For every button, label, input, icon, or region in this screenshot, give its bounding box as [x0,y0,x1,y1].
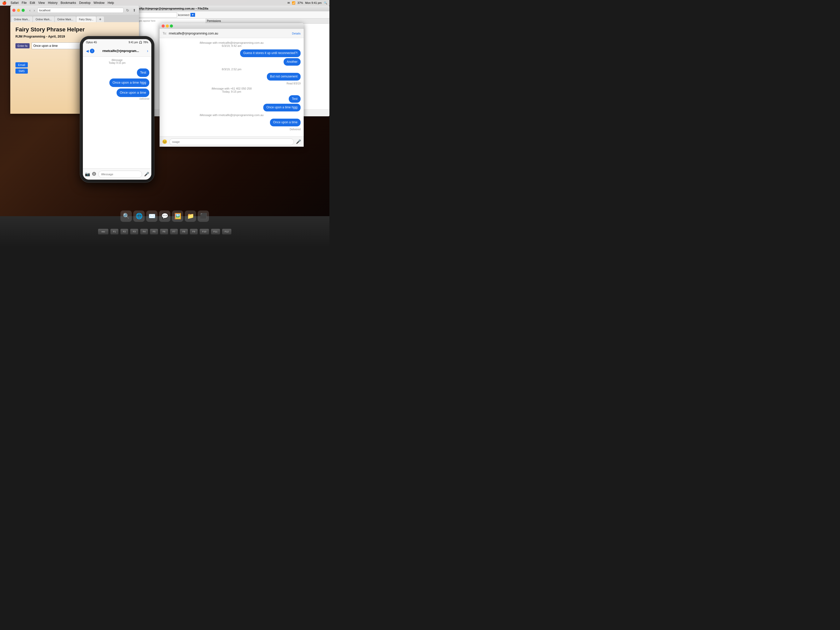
to-label: To: [163,32,167,35]
menu-view[interactable]: View [38,1,45,5]
key-f4[interactable]: F4 [140,229,148,234]
battery-icon: 78% [143,41,148,44]
page-title: Fairy Story Phrase Helper [16,26,134,33]
message-once-hjgg: Once upon a time hjgg [109,79,149,87]
menu-safari[interactable]: Safari [11,1,19,5]
to-email: rmetcalfe@rjmprogramming.com.au [169,32,218,35]
back-icon: ◀ [86,49,89,53]
imsg-delivered: Delivered [163,128,301,131]
safari-tabs: Online Mark... Online Mark... Online Mar… [10,15,139,22]
key-f3[interactable]: F3 [130,229,138,234]
minimize-button[interactable] [17,9,20,12]
dock: 🔍 🌐 ✉️ 💬 🖼️ 📁 ⬛ [0,208,329,224]
message-test: Test [137,68,149,77]
emoji-icon[interactable]: 😊 [162,139,167,144]
maximize-button[interactable] [22,9,25,12]
key-f11[interactable]: F11 [211,229,220,234]
menu-history[interactable]: History [48,1,57,5]
details-button[interactable]: Details [292,32,301,35]
iphone-input-bar: 📷 🅐 🎤 [83,168,151,180]
imessage-content: iMessage with rmetcalfe@rjmprogramming.c… [159,38,304,136]
dock-safari[interactable]: 🌐 [133,210,145,222]
dock-files[interactable]: 📁 [185,210,196,222]
dock-finder[interactable]: 🔍 [120,210,132,222]
menu-bookmarks[interactable]: Bookmarks [61,1,76,5]
fz-permissions-label: Permissions [207,20,221,22]
contact-info-icon: i [90,49,95,53]
back-button[interactable]: ◀ i [86,49,95,53]
imsg-bubble-cemusenent: But not cemusenent [267,73,301,81]
key-f12[interactable]: F12 [222,229,231,234]
camera-icon[interactable]: 📷 [85,172,90,177]
address-bar[interactable]: localhost [37,8,123,13]
back-button[interactable]: ‹ [28,8,32,13]
microphone-icon[interactable]: 🎤 [144,172,149,177]
message-once: Once upon a time [117,88,149,97]
appstore-icon[interactable]: 🅐 [92,172,96,177]
safari-nav: ‹ › [28,8,36,13]
menu-develop[interactable]: Develop [79,1,91,5]
reload-button[interactable]: ↻ [125,8,130,13]
dock-photos[interactable]: 🖼️ [172,210,183,222]
filezilla-titlebar: sftp://rjmprogr@rjmprogramming.com.au – … [123,6,329,11]
fz-file-header: Permissions [206,19,329,24]
imsg-bubble-another: Another [284,58,301,66]
forward-button[interactable]: › [33,8,36,13]
key-esc[interactable]: esc [98,229,108,234]
menu-edit[interactable]: Edit [30,1,35,5]
section-header-1: iMessage with rmetcalfe@rjmprogramming.c… [163,41,301,47]
key-f9[interactable]: F9 [190,229,198,234]
key-f7[interactable]: F7 [170,229,178,234]
tab-add[interactable]: + [96,16,104,22]
key-f10[interactable]: F10 [200,229,209,234]
email-button[interactable]: Email [16,62,28,68]
close-button[interactable] [13,9,16,12]
sms-button[interactable]: SMS [16,68,28,74]
info-icon[interactable]: › [147,49,148,53]
iphone-body: Optus 4G 9:41 pm 🎧 78% ◀ i rmetcalfe@rjm… [80,36,155,183]
dock-messages[interactable]: 💬 [159,210,171,222]
battery-status: 37% [297,1,303,5]
tab-online-mark-3[interactable]: Online Mark... [55,16,76,22]
search-icon[interactable]: 🔍 [324,1,327,5]
imsg-read-receipt: Read 8/3/19 [163,82,301,85]
enter-button[interactable]: Enter fa [16,43,30,48]
imessage-time: Today 9:15 pm [85,62,149,64]
imsg-max-btn[interactable] [170,24,173,28]
tab-online-mark-2[interactable]: Online Mark... [33,16,54,22]
menubar-right: ✉ 📶 37% Mon 9:41 pm 🔍 [287,1,327,5]
fz-connect-label: kconnect [178,13,189,16]
share-button[interactable]: ⬆ [132,8,137,13]
key-f5[interactable]: F5 [150,229,158,234]
iphone-header: ◀ i rmetcalfe@rjmprogram... › [83,45,151,57]
menu-window[interactable]: Window [94,1,105,5]
iphone-device: Optus 4G 9:41 pm 🎧 78% ◀ i rmetcalfe@rjm… [80,36,155,183]
iphone-contact-name[interactable]: rmetcalfe@rjmprogram... [95,49,147,53]
dock-mail[interactable]: ✉️ [146,210,158,222]
tab-online-mark-1[interactable]: Online Mark... [11,16,32,22]
key-f1[interactable]: F1 [111,229,118,234]
imessage-info: iMessage Today 9:15 pm [83,57,151,66]
imsg-min-btn[interactable] [166,24,169,28]
iphone-status-right: 9:41 pm 🎧 78% [129,41,148,44]
tab-fairy-story[interactable]: Fairy Story... [76,16,96,22]
menu-file[interactable]: File [22,1,27,5]
fz-connect-bar: kconnect ▼ [123,11,329,19]
clock: Mon 9:41 pm [305,1,322,5]
imsg-bubble-test: Test [289,95,301,103]
filezilla-title: sftp://rjmprogr@rjmprogramming.com.au – … [139,7,208,10]
dock-terminal[interactable]: ⬛ [197,210,209,222]
carrier-label: Optus 4G [86,41,97,44]
iphone-message-input[interactable] [98,171,142,178]
microphone-icon[interactable]: 🎤 [296,139,301,144]
fz-quickconnect-dropdown[interactable]: ▼ [190,13,195,17]
imsg-bubble: Guess it stores it up until reconnected?… [240,49,301,57]
key-f8[interactable]: F8 [180,229,188,234]
key-f2[interactable]: F2 [120,229,128,234]
imessage-body: To: rmetcalfe@rjmprogramming.com.au Deta… [159,29,304,147]
menu-help[interactable]: Help [107,1,114,5]
imsg-close-btn[interactable] [162,24,165,28]
key-f6[interactable]: F6 [160,229,168,234]
imessage-input[interactable] [169,139,294,145]
apple-menu[interactable]: 🍎 [2,1,6,5]
